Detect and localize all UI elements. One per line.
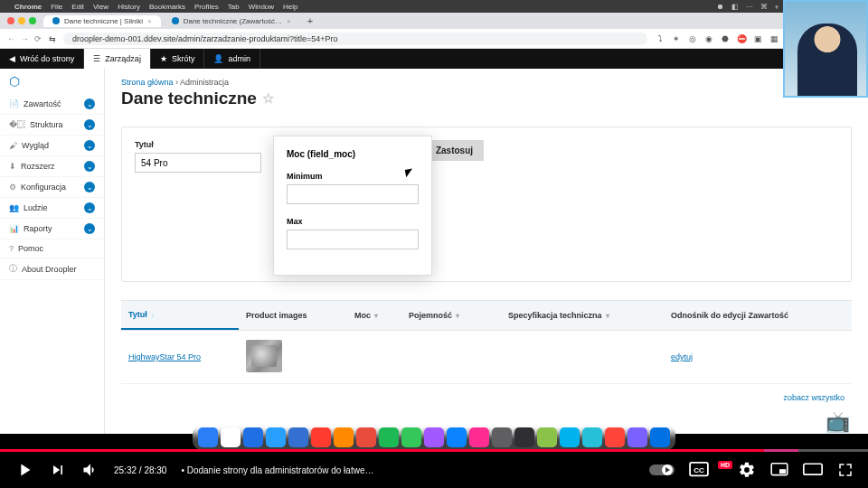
autoplay-toggle[interactable] — [649, 463, 675, 477]
site-info-icon[interactable]: ⇆ — [49, 34, 56, 43]
minimize-window-icon[interactable] — [18, 17, 25, 24]
dock-app-icon[interactable] — [560, 427, 580, 447]
extension-icon[interactable]: ⬣ — [720, 33, 731, 44]
sidebar-item-konfiguracja[interactable]: ⚙Konfiguracja⌄ — [0, 177, 104, 198]
chevron-down-icon: ⌄ — [84, 223, 95, 234]
menu-bookmarks[interactable]: Bookmarks — [149, 3, 185, 11]
menu-view[interactable]: View — [93, 3, 108, 11]
menubar-app[interactable]: Chrome — [14, 3, 42, 11]
shortcuts-button[interactable]: ★ Skróty — [151, 49, 205, 69]
sidebar-item-wygląd[interactable]: 🖌Wygląd⌄ — [0, 136, 104, 156]
captions-button[interactable]: CC — [689, 462, 709, 478]
next-button[interactable] — [49, 461, 67, 479]
dock-app-icon[interactable] — [379, 427, 399, 447]
menu-profiles[interactable]: Profiles — [194, 3, 219, 11]
sidebar-item-rozszerz[interactable]: ⬇Rozszerz⌄ — [0, 156, 104, 177]
maximize-window-icon[interactable] — [29, 17, 36, 24]
dock-app-icon[interactable] — [537, 427, 557, 447]
menubar-status-icon[interactable]: ◧ — [731, 3, 739, 11]
menu-window[interactable]: Window — [249, 3, 274, 11]
col-moc[interactable]: Moc▾ — [347, 301, 401, 330]
menu-help[interactable]: Help — [283, 3, 297, 11]
back-icon[interactable]: ← — [7, 34, 15, 43]
dock-app-icon[interactable] — [627, 427, 647, 447]
close-tab-icon[interactable]: × — [147, 17, 152, 25]
menubar-status-icon[interactable]: ⋯ — [746, 3, 753, 11]
dock-app-icon[interactable] — [469, 427, 489, 447]
address-bar[interactable]: droopler-demo-001.ddev.site/admin/zarzad… — [63, 33, 647, 45]
browser-tab-2[interactable]: Dane techniczne (Zawartość… × — [163, 15, 300, 27]
dock-app-icon[interactable] — [605, 427, 625, 447]
manage-button[interactable]: ☰ Zarządzaj — [84, 49, 151, 69]
dock-app-icon[interactable] — [650, 427, 670, 447]
dock-app-icon[interactable] — [582, 427, 602, 447]
droopler-logo-icon[interactable]: ⬡ — [0, 69, 104, 94]
dock-app-icon[interactable] — [356, 427, 376, 447]
row-edit-link[interactable]: edytuj — [671, 352, 693, 361]
sidebar-item-zawartość[interactable]: 📄Zawartość⌄ — [0, 94, 104, 115]
close-tab-icon[interactable]: × — [287, 17, 291, 25]
favorite-star-icon[interactable]: ☆ — [262, 90, 274, 107]
extension-icon[interactable]: ✶ — [671, 33, 682, 44]
extension-icon[interactable]: ◎ — [687, 33, 698, 44]
miniplayer-button[interactable] — [770, 463, 788, 477]
extension-icon[interactable]: ◉ — [703, 33, 714, 44]
mac-dock[interactable] — [193, 425, 675, 450]
menu-file[interactable]: File — [51, 3, 62, 11]
col-spec[interactable]: Specyfikacja techniczna▾ — [501, 301, 664, 330]
sidebar-item-pomoc[interactable]: ?Pomoc — [0, 239, 104, 258]
sidebar-item-raporty[interactable]: 📊Raporty⌄ — [0, 219, 104, 239]
new-tab-button[interactable]: + — [302, 15, 318, 26]
back-to-site-button[interactable]: ◀ Wróć do strony — [0, 49, 84, 69]
window-controls[interactable] — [0, 17, 43, 24]
sidebar-item-label: Raporty — [24, 224, 52, 233]
extension-icon[interactable]: ▣ — [752, 33, 763, 44]
breadcrumb-home[interactable]: Strona główna — [121, 78, 174, 87]
dock-app-icon[interactable] — [401, 427, 421, 447]
menu-edit[interactable]: Edit — [71, 3, 84, 11]
volume-button[interactable] — [81, 461, 99, 479]
dock-app-icon[interactable] — [221, 427, 241, 447]
menu-history[interactable]: History — [118, 3, 140, 11]
dock-app-icon[interactable] — [266, 427, 286, 447]
settings-button[interactable]: HD — [723, 461, 756, 479]
extension-icon[interactable]: ⛔ — [736, 33, 747, 44]
sidebar-item-ludzie[interactable]: 👥Ludzie⌄ — [0, 198, 104, 219]
theater-button[interactable] — [803, 463, 823, 477]
dock-app-icon[interactable] — [198, 427, 218, 447]
menu-tab[interactable]: Tab — [228, 3, 240, 11]
extension-icon[interactable]: ▦ — [769, 33, 779, 44]
dock-app-icon[interactable] — [447, 427, 467, 447]
close-window-icon[interactable] — [7, 17, 14, 24]
col-title[interactable]: Tytuł ↓ — [121, 301, 239, 330]
dock-app-icon[interactable] — [334, 427, 354, 447]
popover-min-label: Minimum — [287, 172, 419, 181]
filter-title-input[interactable] — [135, 153, 261, 173]
menubar-status-icon[interactable]: ⏺ — [717, 3, 724, 11]
dock-app-icon[interactable] — [243, 427, 263, 447]
play-button[interactable] — [14, 460, 34, 480]
extension-icon[interactable]: ⤵ — [655, 33, 665, 44]
sidebar-item-struktura[interactable]: �⿴Struktura⌄ — [0, 115, 104, 136]
browser-tab-1[interactable]: Dane techniczne | Silniki × — [43, 15, 161, 27]
menubar-status-icon[interactable]: ᚐ — [775, 3, 778, 11]
popover-min-input[interactable] — [287, 184, 419, 204]
col-pojemnosc[interactable]: Pojemność▾ — [401, 301, 501, 330]
fullscreen-button[interactable] — [837, 462, 854, 478]
apply-button[interactable]: Zastosuj — [425, 140, 484, 161]
menubar-status-icon[interactable]: ⌘ — [760, 3, 768, 11]
chevron-down-icon: ⌄ — [84, 182, 95, 192]
see-all-link[interactable]: zobacz wszystko — [783, 393, 844, 402]
dock-app-icon[interactable] — [311, 427, 331, 447]
table-row: HighwayStar 54 Pro edytuj — [121, 331, 852, 384]
user-menu-button[interactable]: 👤 admin — [204, 49, 260, 69]
forward-icon[interactable]: → — [21, 34, 29, 43]
popover-max-input[interactable] — [287, 230, 419, 249]
dock-app-icon[interactable] — [514, 427, 534, 447]
row-title-link[interactable]: HighwayStar 54 Pro — [128, 352, 201, 361]
dock-app-icon[interactable] — [424, 427, 444, 447]
dock-app-icon[interactable] — [288, 427, 308, 447]
reload-icon[interactable]: ⟳ — [34, 34, 42, 43]
dock-app-icon[interactable] — [492, 427, 512, 447]
sidebar-item-about droopler[interactable]: ⓘAbout Droopler — [0, 258, 104, 280]
